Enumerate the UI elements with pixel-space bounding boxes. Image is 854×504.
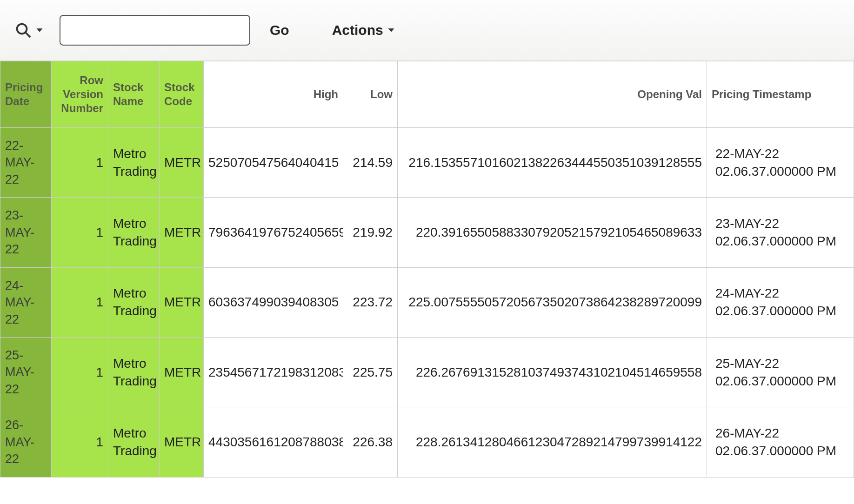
cell-high: 603637499039408305 — [204, 267, 343, 337]
cell-opening-val: 220.391655058833079205215792105465089633 — [398, 198, 707, 267]
actions-label: Actions — [332, 22, 383, 38]
cell-pricing-date: 24-MAY-22 — [0, 267, 52, 337]
cell-low: 223.72 — [343, 267, 398, 337]
go-button[interactable]: Go — [267, 22, 292, 39]
table-row: 24-MAY-221Metro TradingMETR6036374990394… — [0, 267, 854, 337]
cell-row-version: 1 — [52, 337, 108, 407]
cell-opening-val: 226.267691315281037493743102104514659558 — [398, 337, 707, 407]
table-row: 26-MAY-221Metro TradingMETR4430356161208… — [0, 407, 854, 477]
cell-stock-code: METR — [160, 128, 204, 198]
cell-pricing-date: 25-MAY-22 — [0, 337, 52, 407]
search-input[interactable] — [60, 15, 250, 46]
actions-menu-button[interactable]: Actions — [329, 22, 399, 39]
cell-stock-code: METR — [160, 198, 204, 267]
cell-pricing-ts: 22-MAY-22 02.06.37.000000 PM — [707, 128, 854, 198]
col-stock-name[interactable]: Stock Name — [108, 61, 160, 128]
cell-opening-val: 228.261341280466123047289214799739914122 — [398, 407, 707, 477]
toolbar: Go Actions — [0, 0, 854, 61]
report-table: Pricing Date Row Version Number Stock Na… — [0, 61, 854, 477]
cell-low: 225.75 — [343, 337, 398, 407]
search-scope-dropdown[interactable] — [11, 20, 48, 40]
cell-stock-name: Metro Trading — [108, 267, 160, 337]
table-row: 22-MAY-221Metro TradingMETR5250705475640… — [0, 128, 854, 198]
header-row: Pricing Date Row Version Number Stock Na… — [0, 61, 854, 128]
chevron-down-icon — [34, 25, 45, 35]
cell-stock-name: Metro Trading — [108, 337, 160, 407]
cell-stock-code: METR — [160, 337, 204, 407]
cell-low: 214.59 — [343, 128, 398, 198]
svg-line-1 — [26, 33, 31, 38]
cell-pricing-ts: 26-MAY-22 02.06.37.000000 PM — [707, 407, 854, 477]
col-opening-val[interactable]: Opening Val — [398, 61, 707, 128]
col-high[interactable]: High — [204, 61, 343, 128]
col-pricing-date[interactable]: Pricing Date — [0, 61, 52, 128]
cell-low: 226.38 — [343, 407, 398, 477]
cell-high: 4430356161208788038 — [204, 407, 343, 477]
cell-high: 23545671721983120838 — [204, 337, 343, 407]
cell-pricing-ts: 25-MAY-22 02.06.37.000000 PM — [707, 337, 854, 407]
cell-pricing-ts: 23-MAY-22 02.06.37.000000 PM — [707, 198, 854, 267]
search-icon — [15, 22, 32, 39]
table-row: 25-MAY-221Metro TradingMETR2354567172198… — [0, 337, 854, 407]
cell-row-version: 1 — [52, 128, 108, 198]
cell-opening-val: 216.153557101602138226344455035103912855… — [398, 128, 707, 198]
cell-low: 219.92 — [343, 198, 398, 267]
cell-pricing-ts: 24-MAY-22 02.06.37.000000 PM — [707, 267, 854, 337]
cell-stock-code: METR — [160, 267, 204, 337]
cell-high: 7963641976752405659 — [204, 198, 343, 267]
cell-stock-name: Metro Trading — [108, 128, 160, 198]
cell-stock-name: Metro Trading — [108, 198, 160, 267]
cell-pricing-date: 23-MAY-22 — [0, 198, 52, 267]
col-stock-code[interactable]: Stock Code — [160, 61, 204, 128]
col-pricing-ts[interactable]: Pricing Timestamp — [707, 61, 854, 128]
cell-pricing-date: 26-MAY-22 — [0, 407, 52, 477]
cell-row-version: 1 — [52, 267, 108, 337]
col-low[interactable]: Low — [343, 61, 398, 128]
cell-opening-val: 225.007555505720567350207386423828972009… — [398, 267, 707, 337]
cell-row-version: 1 — [52, 407, 108, 477]
cell-high: 525070547564040415 — [204, 128, 343, 198]
col-row-version[interactable]: Row Version Number — [52, 61, 108, 128]
cell-pricing-date: 22-MAY-22 — [0, 128, 52, 198]
cell-stock-code: METR — [160, 407, 204, 477]
cell-row-version: 1 — [52, 198, 108, 267]
cell-stock-name: Metro Trading — [108, 407, 160, 477]
chevron-down-icon — [386, 25, 396, 35]
table-row: 23-MAY-221Metro TradingMETR7963641976752… — [0, 198, 854, 267]
svg-point-0 — [17, 24, 27, 34]
